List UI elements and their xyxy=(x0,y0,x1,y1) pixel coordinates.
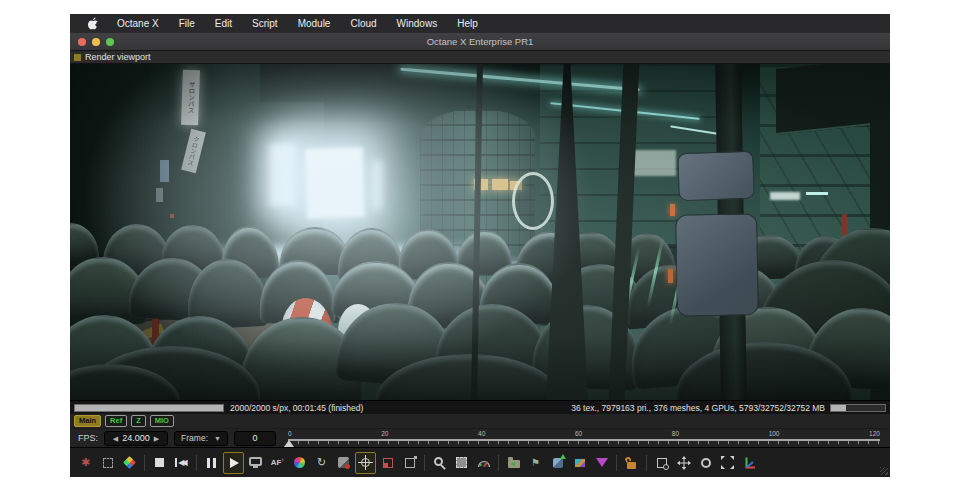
play-icon[interactable] xyxy=(223,452,244,474)
frame-label: Frame: xyxy=(181,433,208,443)
fps-stepper[interactable]: ◀ 24.000 ▶ xyxy=(104,431,168,446)
scene-signal-box xyxy=(675,213,759,316)
menu-item[interactable]: Help xyxy=(447,18,488,29)
zoom-region-icon[interactable] xyxy=(429,452,450,474)
tab-render-viewport[interactable]: Render viewport xyxy=(85,52,151,62)
timeline-tick-label: 40 xyxy=(478,431,485,438)
scene-signal-box xyxy=(677,151,755,202)
image-icon[interactable] xyxy=(569,452,590,474)
menu-item[interactable]: Windows xyxy=(387,18,448,29)
status-bar: 2000/2000 s/px, 00:01:45 (finished) 36 t… xyxy=(70,400,890,414)
restart-icon[interactable]: ◀◀ xyxy=(171,452,192,474)
timeline-tick-label: 60 xyxy=(575,431,582,438)
menu-item[interactable]: Cloud xyxy=(340,18,386,29)
node-color-swatch xyxy=(74,54,81,61)
timeline-tick-label: 0 xyxy=(288,431,292,438)
scene-lamp xyxy=(668,269,673,283)
render-progress-fill xyxy=(75,405,223,411)
denoiser-icon[interactable]: ✱ xyxy=(75,452,96,474)
film-region-icon[interactable] xyxy=(399,452,420,474)
render-scene[interactable]: サロンパス クロンパス xyxy=(70,64,890,400)
viewport-resize-icon[interactable] xyxy=(97,452,118,474)
fps-increment-arrow[interactable]: ▶ xyxy=(154,435,159,442)
frame-value-field[interactable]: 0 xyxy=(234,431,276,446)
menu-item[interactable]: Script xyxy=(242,18,288,29)
timeline-tick-label: 80 xyxy=(672,431,679,438)
chevron-down-icon: ▼ xyxy=(214,435,221,442)
fit-screen-icon[interactable] xyxy=(717,452,738,474)
render-pass-button[interactable]: Ref xyxy=(105,415,127,427)
package-icon[interactable] xyxy=(547,452,568,474)
marquee-select-icon[interactable] xyxy=(451,452,472,474)
timeline-ticks xyxy=(288,441,880,444)
render-pass-row: MainRefZMIO xyxy=(70,414,890,428)
timeline-tick-label: 100 xyxy=(769,431,780,438)
autofocus-icon[interactable]: AF↑ xyxy=(267,452,288,474)
filter-icon[interactable] xyxy=(591,452,612,474)
timeline-playhead[interactable] xyxy=(284,440,294,447)
render-progress-bar xyxy=(74,404,224,412)
resize-grip[interactable] xyxy=(880,467,888,475)
screenshot-stage: Octane XFileEditScriptModuleCloudWindows… xyxy=(0,0,960,480)
tab-bar: Render viewport xyxy=(70,51,890,64)
preview-cube-icon[interactable] xyxy=(651,452,672,474)
frame-dropdown[interactable]: Frame: ▼ xyxy=(174,431,228,446)
render-pass-button[interactable]: Z xyxy=(131,415,146,427)
apple-icon[interactable] xyxy=(88,17,99,30)
performance-icon[interactable] xyxy=(473,452,494,474)
menu-item[interactable]: Module xyxy=(288,18,341,29)
fps-decrement-arrow[interactable]: ◀ xyxy=(113,435,118,442)
fps-label: FPS: xyxy=(78,433,98,443)
material-picker-icon[interactable] xyxy=(333,452,354,474)
lock-icon[interactable] xyxy=(621,452,642,474)
scene-stats-text: 36 tex., 7979163 pri., 376 meshes, 4 GPU… xyxy=(571,403,825,413)
render-pass-button[interactable]: MIO xyxy=(150,415,174,427)
axis-gizmo-icon[interactable] xyxy=(739,452,760,474)
menu-item[interactable]: Edit xyxy=(205,18,242,29)
app-window: Octane X Enterprise PR1 Render viewport xyxy=(70,33,890,477)
display-icon[interactable] xyxy=(245,452,266,474)
fps-value: 24.000 xyxy=(122,433,150,443)
export-icon[interactable] xyxy=(503,452,524,474)
scene-lamp xyxy=(670,204,675,216)
pause-icon[interactable] xyxy=(201,452,222,474)
refresh-icon[interactable]: ↻ xyxy=(311,452,332,474)
timeline-labels: 020406080100120 xyxy=(288,430,880,438)
render-pass-button[interactable]: Main xyxy=(74,415,101,427)
orbit-icon[interactable] xyxy=(695,452,716,474)
menu-item[interactable]: File xyxy=(169,18,205,29)
transport-row: FPS: ◀ 24.000 ▶ Frame: ▼ 0 0204060801001… xyxy=(70,428,890,447)
title-bar[interactable]: Octane X Enterprise PR1 xyxy=(70,33,890,51)
render-region-icon[interactable] xyxy=(377,452,398,474)
memory-bar xyxy=(830,404,886,412)
window-title: Octane X Enterprise PR1 xyxy=(70,36,890,47)
menu-bar: Octane XFileEditScriptModuleCloudWindows… xyxy=(70,14,890,33)
timeline-ruler[interactable]: 020406080100120 xyxy=(288,430,880,447)
object-picker-icon[interactable] xyxy=(355,452,376,474)
memory-bar-fill xyxy=(831,405,846,411)
stop-icon[interactable] xyxy=(149,452,170,474)
render-progress-text: 2000/2000 s/px, 00:01:45 (finished) xyxy=(230,403,363,413)
timeline-tick-label: 20 xyxy=(381,431,388,438)
timeline-tick-label: 120 xyxy=(869,431,880,438)
color-cube-icon[interactable] xyxy=(119,452,140,474)
color-wheel-icon[interactable] xyxy=(289,452,310,474)
menu-item[interactable]: Octane X xyxy=(107,18,169,29)
menu-items: Octane XFileEditScriptModuleCloudWindows… xyxy=(107,18,488,29)
flag-icon[interactable]: ⚑ xyxy=(525,452,546,474)
pan-icon[interactable] xyxy=(673,452,694,474)
toolbar: ✱ ◀◀ AF↑ ↻ ⚑ xyxy=(70,447,890,477)
